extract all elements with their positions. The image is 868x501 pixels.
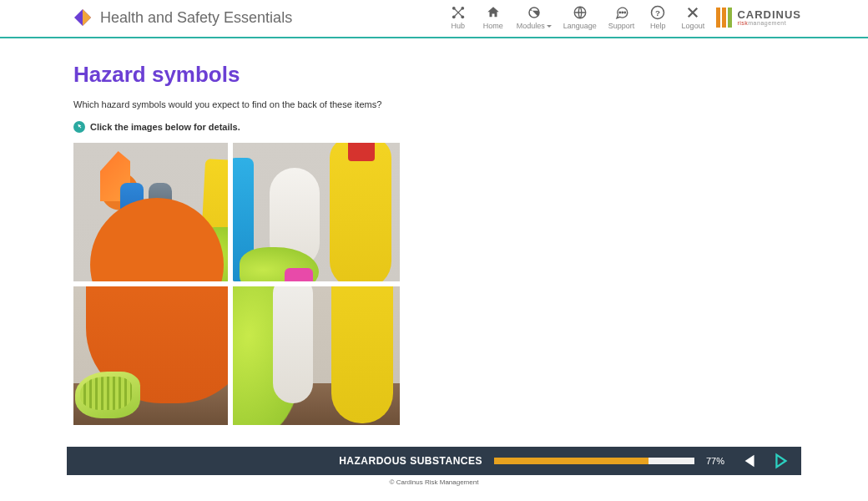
nav-label: Language [563,22,597,30]
next-button[interactable] [771,452,790,470]
nav-label: Support [608,22,635,30]
footer: HAZARDOUS SUBSTANCES 77% © Cardinus Risk… [0,447,868,475]
module-name: HAZARDOUS SUBSTANCES [339,455,482,467]
brand-bars-icon [716,8,732,28]
nav-label: Help [650,22,666,30]
close-icon [685,5,700,20]
nav-label: Home [483,22,503,30]
image-grid [73,143,795,425]
nav-home[interactable]: Home [482,5,505,30]
nav-support[interactable]: Support [608,5,635,30]
brand-logo: CARDINUS riskmanagement [716,8,801,28]
page-title: Hazard symbols [73,62,795,88]
nav-logout[interactable]: Logout [681,5,704,30]
hazard-image-tile-1[interactable] [73,143,228,281]
nav-language[interactable]: Language [563,5,597,30]
globe-icon [573,5,588,20]
hazard-image-tile-2[interactable] [233,143,400,281]
brand-name: CARDINUS [737,9,801,20]
progress-percent: 77% [706,456,729,466]
hazard-image-tile-3[interactable] [73,286,228,425]
home-icon [486,5,501,20]
pointer-icon [73,121,85,133]
nav-label: Modules [517,22,552,30]
nav-label: Hub [452,22,466,30]
svg-point-8 [622,12,623,13]
nav-label: Logout [682,22,705,30]
question-text: Which hazard symbols would you expect to… [73,99,795,109]
svg-point-7 [619,12,621,13]
svg-point-9 [624,12,626,13]
dashboard-icon [527,5,542,20]
nav-modules[interactable]: Modules [517,5,552,30]
footer-bar: HAZARDOUS SUBSTANCES 77% [67,447,801,475]
nav-hub[interactable]: Hub [447,5,470,30]
hazard-image-tile-4[interactable] [233,286,400,425]
main-content: Hazard symbols Which hazard symbols woul… [67,38,801,475]
svg-marker-1 [83,9,91,26]
instruction-text: Click the images below for details. [90,122,240,132]
main-nav: Hub Home Modules Language Support ? Help… [447,5,705,30]
svg-text:?: ? [655,8,660,18]
chat-icon [614,5,629,20]
progress-bar [494,458,694,464]
chevron-down-icon [547,25,552,30]
brand-tagline: riskmanagement [737,20,801,26]
instruction-row: Click the images below for details. [73,121,795,133]
header: Health and Safety Essentials Hub Home Mo… [67,0,801,37]
app-title: Health and Safety Essentials [100,9,292,27]
app-logo-icon [73,8,92,27]
help-icon: ? [650,5,665,20]
hub-icon [451,5,466,20]
prev-button[interactable] [741,452,760,470]
progress-fill [494,458,648,464]
nav-help[interactable]: ? Help [646,5,669,30]
